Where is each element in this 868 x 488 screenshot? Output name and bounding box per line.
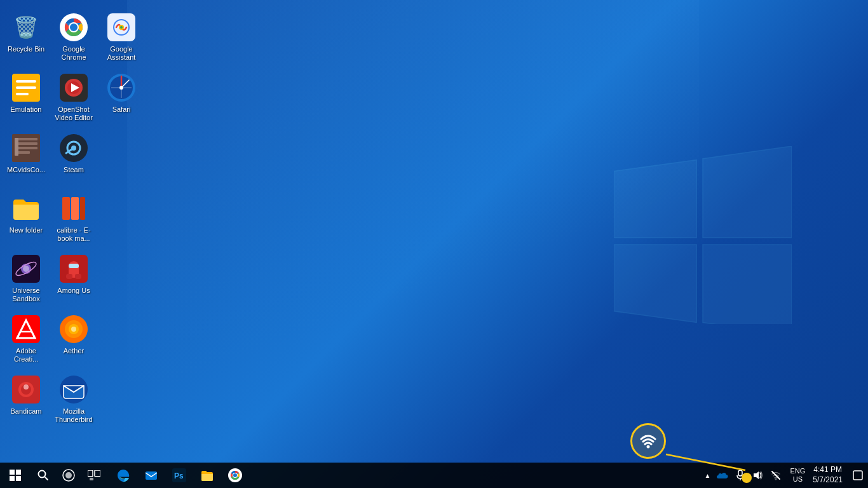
universe-sandbox-label: Universe Sandbox bbox=[6, 287, 46, 303]
chrome-label: Google Chrome bbox=[53, 45, 94, 62]
svg-point-53 bbox=[24, 384, 29, 390]
search-icon bbox=[37, 470, 49, 481]
desktop-icon-aether[interactable]: Aether bbox=[51, 310, 97, 370]
svg-rect-61 bbox=[88, 470, 93, 477]
cortana-button[interactable] bbox=[56, 463, 81, 488]
task-view-icon bbox=[88, 470, 100, 480]
desktop-icon-thunderbird[interactable]: Mozilla Thunderbird bbox=[51, 370, 97, 431]
openshot-icon bbox=[58, 72, 89, 103]
svg-point-7 bbox=[120, 26, 123, 29]
svg-rect-42 bbox=[69, 264, 79, 268]
clock-time: 4:41 PM bbox=[813, 465, 842, 475]
desktop-icon-steam[interactable]: Steam bbox=[51, 129, 97, 189]
svg-point-70 bbox=[233, 473, 237, 477]
language-line1: ENG bbox=[790, 467, 805, 475]
calibre-label: calibre - E-book ma... bbox=[53, 226, 94, 243]
desktop-icon-recycle-bin[interactable]: 🗑️ Recycle Bin bbox=[3, 8, 49, 69]
taskbar-file-explorer-icon[interactable] bbox=[193, 463, 221, 488]
bandicam-label: Bandicam bbox=[11, 407, 42, 416]
new-folder-label: New folder bbox=[10, 226, 43, 234]
svg-line-58 bbox=[44, 477, 48, 480]
svg-rect-64 bbox=[146, 471, 157, 480]
taskbar-chrome-icon[interactable] bbox=[221, 463, 249, 488]
svg-rect-62 bbox=[95, 470, 100, 477]
chrome-icon bbox=[58, 12, 89, 43]
adobe-icon bbox=[11, 314, 41, 344]
universe-sandbox-icon bbox=[11, 254, 41, 284]
taskbar-clock[interactable]: 4:41 PM 5/7/2021 bbox=[808, 463, 848, 488]
svg-point-49 bbox=[71, 327, 76, 332]
desktop-icon-assistant[interactable]: Google Assistant bbox=[98, 8, 144, 69]
svg-rect-40 bbox=[66, 274, 72, 279]
aether-label: Aether bbox=[64, 347, 84, 355]
desktop-icon-new-folder[interactable]: New folder bbox=[3, 189, 49, 250]
desktop-icon-universe-sandbox[interactable]: Universe Sandbox bbox=[3, 250, 49, 310]
svg-rect-11 bbox=[16, 93, 29, 95]
svg-rect-41 bbox=[75, 274, 81, 279]
assistant-icon bbox=[106, 12, 137, 43]
safari-label: Safari bbox=[112, 105, 131, 114]
bandicam-icon bbox=[11, 374, 41, 405]
cortana-icon bbox=[62, 469, 75, 482]
taskbar: Ps bbox=[0, 463, 868, 488]
mcvids-label: MCvidsCo... bbox=[7, 166, 45, 174]
task-view-button[interactable] bbox=[81, 463, 107, 488]
wifi-annotation-circle bbox=[630, 423, 666, 459]
desktop-icon-mcvids[interactable]: MCvidsCo... bbox=[3, 129, 49, 189]
assistant-label: Google Assistant bbox=[101, 45, 142, 62]
start-button[interactable] bbox=[0, 463, 31, 488]
system-tray-expand[interactable]: ▲ bbox=[701, 463, 714, 488]
svg-rect-34 bbox=[80, 197, 85, 220]
svg-rect-9 bbox=[16, 80, 36, 83]
language-line2: US bbox=[793, 475, 803, 484]
svg-text:Ps: Ps bbox=[174, 471, 184, 480]
light-beam bbox=[127, 0, 699, 381]
taskbar-pinned-apps: Ps bbox=[107, 463, 698, 488]
desktop-icons: 🗑️ Recycle Bin Google Chrome bbox=[0, 5, 149, 434]
desktop-icon-chrome[interactable]: Google Chrome bbox=[51, 8, 97, 69]
svg-rect-32 bbox=[62, 197, 70, 220]
emulation-icon bbox=[11, 72, 41, 103]
desktop: 🗑️ Recycle Bin Google Chrome bbox=[0, 0, 868, 488]
desktop-icon-safari[interactable]: Safari bbox=[98, 69, 144, 129]
svg-point-37 bbox=[23, 266, 29, 272]
notification-center-button[interactable] bbox=[848, 463, 868, 488]
wifi-disconnected-icon[interactable] bbox=[767, 463, 785, 488]
svg-point-22 bbox=[119, 86, 123, 90]
svg-point-55 bbox=[647, 445, 650, 449]
svg-rect-33 bbox=[71, 197, 79, 220]
svg-rect-63 bbox=[90, 478, 93, 480]
svg-point-60 bbox=[65, 472, 72, 478]
taskbar-photoshop-icon[interactable]: Ps bbox=[165, 463, 193, 488]
desktop-icon-bandicam[interactable]: Bandicam bbox=[3, 370, 49, 431]
clock-date: 5/7/2021 bbox=[813, 475, 843, 485]
annotation-dot bbox=[742, 473, 752, 483]
svg-rect-10 bbox=[16, 86, 36, 89]
taskbar-edge-icon[interactable] bbox=[109, 463, 137, 488]
desktop-icon-among-us[interactable]: Among Us bbox=[51, 250, 97, 310]
taskbar-mail-icon[interactable] bbox=[137, 463, 165, 488]
safari-icon bbox=[106, 72, 137, 103]
desktop-icon-openshot[interactable]: OpenShot Video Editor bbox=[51, 69, 97, 129]
desktop-icon-emulation[interactable]: Emulation bbox=[3, 69, 49, 129]
among-us-icon bbox=[58, 254, 89, 284]
taskbar-search-button[interactable] bbox=[31, 463, 56, 488]
volume-icon[interactable] bbox=[749, 463, 767, 488]
adobe-label: Adobe Creati... bbox=[6, 347, 46, 363]
windows-logo-bg bbox=[614, 146, 792, 324]
steam-icon bbox=[58, 133, 89, 163]
emulation-label: Emulation bbox=[11, 105, 42, 114]
new-folder-icon bbox=[11, 193, 41, 224]
thunderbird-icon bbox=[58, 374, 89, 405]
calibre-icon bbox=[58, 193, 89, 224]
openshot-label: OpenShot Video Editor bbox=[53, 105, 94, 122]
desktop-icon-adobe[interactable]: Adobe Creati... bbox=[3, 310, 49, 370]
onedrive-icon[interactable] bbox=[714, 463, 731, 488]
svg-rect-76 bbox=[853, 471, 862, 480]
language-indicator[interactable]: ENG US bbox=[787, 463, 808, 488]
svg-point-3 bbox=[70, 24, 78, 31]
notification-icon bbox=[853, 470, 863, 480]
svg-marker-73 bbox=[754, 471, 759, 479]
mcvids-icon bbox=[11, 133, 41, 163]
desktop-icon-calibre[interactable]: calibre - E-book ma... bbox=[51, 189, 97, 250]
